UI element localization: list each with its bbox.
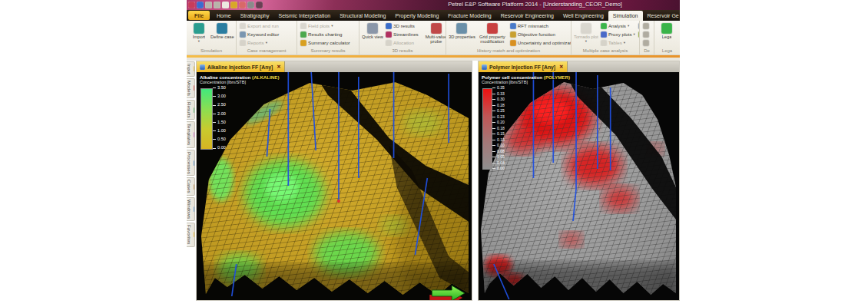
camera-icon[interactable]	[247, 2, 254, 8]
screenshot-canvas: Petrel E&P Software Platform 2014 - [Und…	[0, 0, 868, 307]
polymer-3d-scene[interactable]	[479, 72, 679, 300]
undo-icon[interactable]	[205, 2, 212, 8]
ribbon-item[interactable]: Objective function	[509, 30, 571, 38]
ribbon-item[interactable]: 3D results	[384, 21, 420, 30]
ribbon-tab[interactable]: Home	[212, 10, 236, 21]
group-label: Summary results	[297, 48, 359, 54]
ribbon-item[interactable]	[641, 30, 652, 38]
sidebar-tab[interactable]: Cases	[187, 177, 195, 196]
colorbar-tick: 0.08	[492, 150, 505, 154]
sidebar-tab[interactable]: Input	[187, 61, 195, 77]
keyword-editor-icon	[240, 31, 246, 38]
group-label: History match and optimization	[446, 48, 571, 54]
ribbon-tab[interactable]: Fracture Modeling	[443, 10, 495, 21]
polymer-panel: Polymer Injection FF [Any] ✕	[478, 61, 680, 301]
qat-menu-icon[interactable]	[256, 2, 263, 8]
define-case-icon	[217, 23, 227, 34]
polymer-window-tab[interactable]: Polymer Injection FF [Any] ✕	[479, 61, 568, 72]
ribbon-item[interactable]: Quick view	[361, 21, 384, 48]
colorbar-tick: 0.28	[492, 104, 505, 107]
ribbon-item[interactable]: Tornado plot▾	[573, 21, 599, 48]
ribbon-item[interactable]: Lega	[656, 21, 678, 48]
screenshot-icon[interactable]	[239, 2, 246, 8]
rft-mismatch-icon	[510, 23, 516, 29]
title-bar: Petrel E&P Software Platform 2014 - [Und…	[187, 0, 680, 10]
polymer-colorbar	[482, 88, 492, 170]
ribbon-item[interactable]: Allocation	[384, 38, 420, 47]
ribbon-item[interactable]: Summary calculator	[299, 38, 352, 47]
ribbon-tab[interactable]: Well Engineering	[558, 10, 608, 21]
ribbon-item[interactable]: Multi-value probe	[420, 21, 446, 48]
ribbon-item[interactable]: Define case	[210, 21, 235, 48]
ribbon-group-multiple-case-analysis: Tornado plot▾Analysis▾Proxy plots▾Tables…	[571, 21, 640, 54]
ribbon-item[interactable]: Keyword editor	[238, 30, 280, 38]
app-icon[interactable]	[188, 2, 195, 8]
sidebar-tab[interactable]: Models	[187, 78, 195, 98]
ribbon-item[interactable]	[641, 38, 652, 47]
ribbon-item[interactable]: Field plots▾	[299, 21, 352, 30]
field-plots-icon	[300, 23, 306, 29]
ribbon-tab[interactable]: Reservoir Ge	[643, 10, 681, 21]
ribbon-item[interactable]: Streamlines	[384, 30, 420, 38]
ribbon-item[interactable]: Import▾	[188, 21, 210, 48]
color-table-icon[interactable]	[230, 2, 237, 8]
alkaline-tab-bar: Alkaline Injection FF [Any] ✕	[197, 61, 472, 73]
colorbar-tick: 0.10	[492, 144, 505, 147]
sidebar-tab[interactable]: Templates	[187, 121, 195, 147]
ribbon-item[interactable]: 3D properties	[448, 21, 476, 48]
close-tab-icon[interactable]: ✕	[277, 64, 280, 70]
save-icon[interactable]	[197, 2, 204, 8]
ribbon-tab[interactable]: Simulation	[608, 11, 643, 21]
new-window-icon[interactable]	[222, 2, 229, 8]
ribbon-group-3d-results: Quick view3D resultsStreamlinesAllocatio…	[359, 21, 446, 54]
group-label: Simulation	[187, 48, 236, 54]
cases-icon	[194, 184, 194, 190]
colorbar-tick: 0.30	[492, 97, 505, 101]
menu-arrow-icon: ▾	[198, 40, 200, 44]
alkaline-3d-scene[interactable]	[197, 72, 472, 300]
ribbon-item[interactable]: Results charting	[299, 30, 352, 38]
ribbon-item[interactable]: Grid property modification	[476, 21, 509, 48]
ribbon-item[interactable]: Analysis▾	[599, 21, 637, 30]
3d-properties-icon	[456, 23, 467, 34]
close-tab-icon[interactable]: ✕	[559, 64, 563, 70]
ribbon-tab[interactable]: Structural Modeling	[335, 10, 390, 21]
ribbon-item[interactable]	[641, 21, 652, 30]
well-marker	[337, 200, 340, 203]
group-label: Multiple case analysis	[571, 48, 639, 54]
ribbon-tab[interactable]: File	[188, 11, 210, 20]
ribbon-tab[interactable]: Property Modeling	[391, 10, 444, 21]
redo-icon[interactable]	[214, 2, 220, 8]
colorbar-tick: 0.18	[492, 127, 505, 130]
ribbon-tab[interactable]: Seismic Interpretation	[274, 10, 336, 21]
alkaline-viewport: Alkaline concentration (ALKALINE) Concen…	[197, 72, 472, 300]
clipboard-icon	[643, 40, 649, 46]
ribbon-item[interactable]: Proxy plots▾	[599, 30, 637, 38]
sidebar-tab[interactable]: Processes	[187, 150, 195, 177]
alkaline-panel: Alkaline Injection FF [Any] ✕	[196, 61, 472, 301]
window-title: Petrel E&P Software Platform 2014 - [Und…	[448, 1, 622, 8]
ribbon-group-history-match: 3D propertiesGrid property modificationR…	[446, 21, 571, 54]
input-icon	[194, 66, 194, 71]
colorbar-tick: 0.35	[492, 86, 505, 90]
ribbon-item[interactable]: RFT mismatch	[509, 21, 571, 30]
allocation-icon	[386, 40, 392, 46]
alkaline-window-tab[interactable]: Alkaline Injection FF [Any] ✕	[197, 61, 285, 72]
polymer-viewport: Polymer cell concentration (POLYMER) Con…	[479, 72, 679, 300]
ribbon-item[interactable]: Tables▾	[599, 38, 637, 47]
reports-icon	[240, 40, 246, 46]
ribbon-item[interactable]: Reports▾	[238, 38, 280, 47]
copy-icon	[643, 23, 649, 29]
ribbon-tab[interactable]: Reservoir Engineering	[496, 10, 558, 21]
sidebar-tab[interactable]: Windows	[187, 197, 195, 221]
uncertainty-icon	[510, 40, 516, 46]
ribbon-item[interactable]: Export and run	[238, 21, 280, 30]
colorbar-tick: 0.03	[492, 161, 505, 165]
ribbon-tab[interactable]: Stratigraphy	[236, 10, 274, 21]
sidebar-tab[interactable]: Favorites	[187, 223, 195, 246]
ribbon-item[interactable]: Uncertainty and optimization	[509, 38, 571, 47]
tornado-plot-icon	[581, 23, 591, 34]
objective-function-icon	[510, 31, 516, 38]
ribbon-group-summary-results: Field plots▾Results chartingSummary calc…	[297, 21, 359, 54]
sidebar-tab[interactable]: Results	[187, 100, 195, 120]
